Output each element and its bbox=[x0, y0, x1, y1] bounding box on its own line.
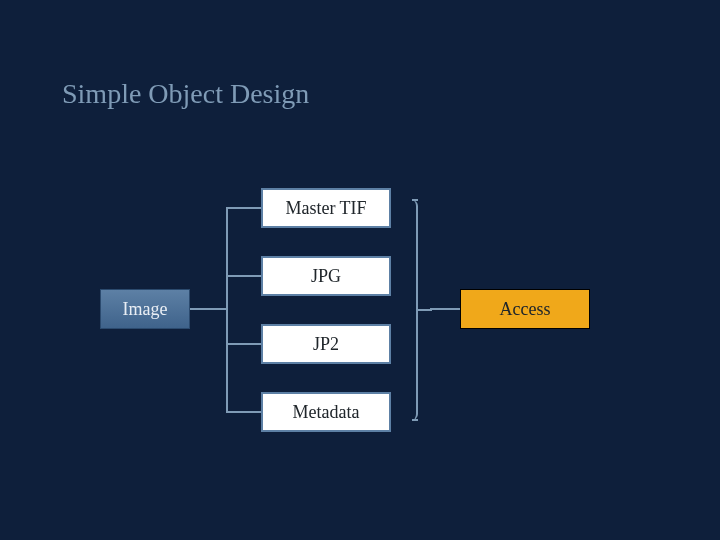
bracket-tick-top bbox=[412, 199, 418, 201]
bracket-children bbox=[398, 200, 418, 420]
connector-to-jp2 bbox=[226, 343, 261, 345]
node-jp2: JP2 bbox=[261, 324, 391, 364]
node-access: Access bbox=[460, 289, 590, 329]
node-metadata-label: Metadata bbox=[293, 402, 360, 423]
node-jp2-label: JP2 bbox=[313, 334, 339, 355]
node-master-tif: Master TIF bbox=[261, 188, 391, 228]
bracket-tick-bottom bbox=[412, 419, 418, 421]
connector-to-master bbox=[226, 207, 261, 209]
connector-to-jpg bbox=[226, 275, 261, 277]
node-image-label: Image bbox=[123, 299, 168, 320]
node-jpg-label: JPG bbox=[311, 266, 341, 287]
node-metadata: Metadata bbox=[261, 392, 391, 432]
node-master-tif-label: Master TIF bbox=[285, 198, 366, 219]
node-jpg: JPG bbox=[261, 256, 391, 296]
slide-title: Simple Object Design bbox=[62, 78, 309, 110]
connector-root-stub bbox=[190, 308, 226, 310]
connector-bracket-to-access bbox=[430, 308, 460, 310]
node-image: Image bbox=[100, 289, 190, 329]
node-access-label: Access bbox=[500, 299, 551, 320]
diagram-canvas: Simple Object Design Image Master TIF JP… bbox=[0, 0, 720, 540]
connector-to-meta bbox=[226, 411, 261, 413]
connector-vertical-trunk bbox=[226, 207, 228, 412]
